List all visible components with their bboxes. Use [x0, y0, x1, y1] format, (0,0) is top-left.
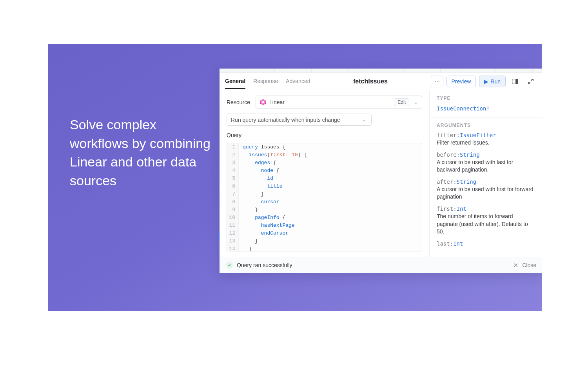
line-number: 2 — [227, 151, 239, 159]
docs-type-heading: TYPE — [437, 96, 535, 101]
run-button[interactable]: ▶ Run — [479, 76, 506, 87]
code-line: 2 issues(first: 10) { — [227, 151, 422, 159]
code-line: 11 hasNextPage — [227, 222, 422, 230]
code-line: 12 endCursor — [227, 230, 422, 237]
argument-type-link[interactable]: Int — [453, 240, 463, 247]
argument-type-link[interactable]: String — [460, 152, 480, 158]
code-line: 7 } — [227, 190, 422, 198]
argument-name: after: — [437, 179, 457, 185]
code-content: edges { — [239, 159, 276, 167]
close-button[interactable]: ✕ Close — [513, 262, 536, 269]
docs-argument: before:StringA cursor to be used with la… — [437, 152, 535, 174]
argument-name: filter: — [437, 132, 460, 138]
docs-argument: first:IntThe number of items to forward … — [437, 206, 535, 236]
line-number: 4 — [227, 167, 239, 175]
code-content: issues(first: 10) { — [239, 151, 307, 159]
code-line: 8 cursor — [227, 198, 422, 206]
argument-type-link[interactable]: IssueFilter — [460, 132, 496, 138]
graphql-icon — [260, 99, 266, 105]
topbar-actions: ⋯ Preview ▶ Run — [431, 76, 537, 87]
line-number: 5 — [227, 175, 239, 183]
more-menu-button[interactable]: ⋯ — [431, 76, 443, 87]
line-number: 3 — [227, 159, 239, 167]
trigger-select[interactable]: Run query automatically when inputs chan… — [227, 114, 372, 126]
line-number: 1 — [227, 143, 239, 151]
argument-description: Filter returned issues. — [437, 139, 535, 147]
code-content: cursor — [239, 198, 279, 206]
docs-argument: filter:IssueFilterFilter returned issues… — [437, 132, 535, 147]
argument-signature: last:Int — [437, 240, 535, 247]
preview-button[interactable]: Preview — [446, 76, 476, 87]
svg-rect-1 — [515, 79, 518, 84]
docs-arguments-list: filter:IssueFilterFilter returned issues… — [437, 132, 535, 247]
argument-type-link[interactable]: String — [457, 179, 477, 185]
docs-arguments-heading: ARGUMENTS — [437, 123, 535, 128]
expand-button[interactable] — [524, 76, 537, 87]
code-content: } — [239, 245, 252, 251]
code-content: } — [239, 190, 264, 198]
argument-signature: after:String — [437, 179, 535, 185]
more-icon: ⋯ — [434, 78, 440, 85]
divider — [430, 118, 542, 118]
argument-signature: filter:IssueFilter — [437, 132, 535, 138]
argument-description: A cursor to be used with first for forwa… — [437, 186, 535, 201]
panel-tabs: General Response Advanced — [225, 74, 310, 89]
topbar: General Response Advanced fetchIssues ⋯ … — [220, 73, 542, 90]
docs-column: TYPE IssueConnection! ARGUMENTS filter:I… — [430, 90, 542, 257]
line-number: 13 — [227, 237, 239, 245]
preview-label: Preview — [452, 78, 471, 85]
tab-response[interactable]: Response — [253, 74, 278, 89]
chevron-down-icon: ⌄ — [360, 117, 367, 123]
docs-type-row: IssueConnection! — [437, 105, 535, 112]
code-line: 13 } — [227, 237, 422, 245]
docs-type-bang: ! — [486, 105, 489, 112]
query-editor[interactable]: 1query Issues {2 issues(first: 10) {3 ed… — [227, 143, 422, 251]
docs-type-link[interactable]: IssueConnection — [437, 105, 486, 112]
line-number: 6 — [227, 183, 239, 190]
tab-ruler-strip — [220, 69, 542, 73]
argument-type-link[interactable]: Int — [457, 206, 466, 212]
code-content: id — [239, 175, 273, 183]
resource-label: Resource — [227, 99, 250, 105]
code-content: hasNextPage — [239, 222, 295, 230]
line-number: 12 — [227, 230, 239, 237]
docs-argument: after:StringA cursor to be used with fir… — [437, 179, 535, 201]
code-content: } — [239, 237, 258, 245]
trigger-label: Run query automatically when inputs chan… — [231, 117, 340, 123]
resource-select[interactable]: Linear Edit ⌄ — [256, 96, 422, 109]
panel-body: Resource Linear Edit ⌄ Run query automat… — [220, 90, 542, 257]
code-line: 1query Issues { — [227, 143, 422, 151]
docs-argument: last:Int — [437, 240, 535, 247]
line-number: 8 — [227, 198, 239, 206]
panel-layout-icon — [512, 79, 518, 84]
tab-advanced[interactable]: Advanced — [286, 74, 310, 89]
query-section-label: Query — [227, 132, 422, 138]
run-label: Run — [490, 78, 501, 85]
code-line: 4 node { — [227, 167, 422, 175]
code-line: 3 edges { — [227, 159, 422, 167]
line-number: 7 — [227, 190, 239, 198]
svg-point-7 — [260, 101, 261, 102]
resource-name: Linear — [269, 99, 391, 105]
headline: Solve complex workflows by combining Lin… — [70, 116, 211, 190]
edit-resource-button[interactable]: Edit — [394, 98, 409, 106]
side-indicator — [219, 233, 220, 240]
status-left: ✓ Query ran successfully — [226, 262, 292, 269]
argument-description: A cursor to be used with last for backwa… — [437, 159, 535, 174]
query-editor-panel: General Response Advanced fetchIssues ⋯ … — [220, 69, 542, 273]
argument-description: The number of items to forward paginate … — [437, 213, 535, 236]
code-content: pageInfo { — [239, 214, 285, 222]
code-content: endCursor — [239, 230, 289, 237]
tab-general[interactable]: General — [225, 74, 245, 89]
code-content: node { — [239, 167, 279, 175]
panel-layout-button[interactable] — [509, 76, 521, 87]
code-content: } — [239, 206, 258, 214]
code-content: title — [239, 183, 282, 190]
query-name[interactable]: fetchIssues — [315, 78, 426, 85]
status-text: Query ran successfully — [237, 262, 292, 268]
close-icon: ✕ — [513, 262, 518, 269]
marketing-canvas: Solve complex workflows by combining Lin… — [48, 44, 542, 311]
code-content: query Issues { — [239, 143, 285, 151]
code-line: 9 } — [227, 206, 422, 214]
line-number: 11 — [227, 222, 239, 230]
